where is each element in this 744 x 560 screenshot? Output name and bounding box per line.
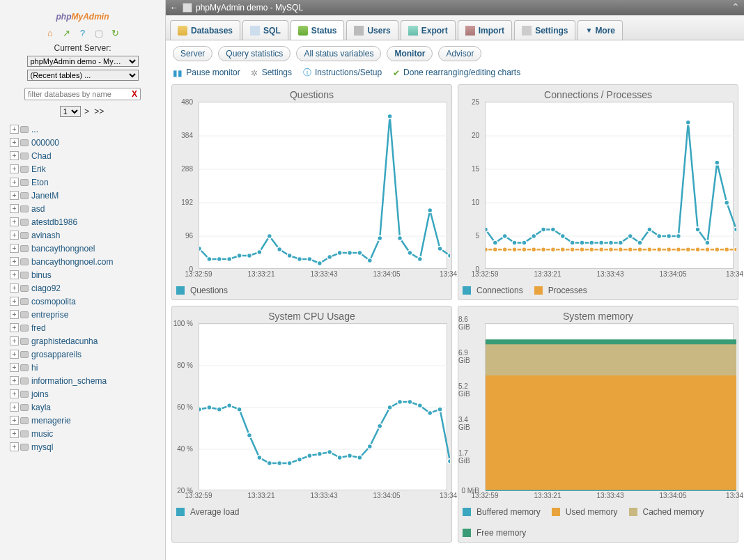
svg-point-78 (609, 247, 614, 252)
svg-point-48 (580, 240, 584, 245)
svg-point-26 (398, 236, 403, 241)
expand-icon[interactable]: + (10, 191, 19, 200)
expand-icon[interactable]: + (10, 323, 19, 332)
db-item[interactable]: +grosappareils (10, 348, 165, 361)
db-item[interactable]: +... (10, 123, 165, 136)
tab-users[interactable]: Users (346, 20, 398, 40)
svg-point-89 (715, 247, 720, 252)
svg-point-66 (493, 247, 497, 252)
expand-icon[interactable]: + (10, 350, 19, 359)
expand-icon[interactable]: + (10, 151, 19, 160)
expand-icon[interactable]: + (10, 270, 19, 279)
subtab-advisor[interactable]: Advisor (438, 46, 481, 61)
clear-filter-icon[interactable]: X (132, 89, 137, 99)
expand-icon[interactable]: + (10, 244, 19, 253)
next-page[interactable]: > (83, 107, 91, 116)
db-item[interactable]: +asd (10, 202, 165, 215)
db-label: ... (31, 125, 38, 134)
settings-link[interactable]: ✲ Settings (251, 68, 296, 77)
page-select[interactable]: 1 (60, 106, 81, 117)
expand-icon[interactable]: + (10, 376, 19, 385)
db-icon (20, 404, 29, 411)
tab-databases[interactable]: Databases (170, 20, 240, 40)
db-item[interactable]: +graphistedacunha (10, 334, 165, 348)
expand-icon[interactable]: + (10, 231, 19, 240)
expand-icon[interactable]: + (10, 416, 19, 425)
expand-icon[interactable]: + (10, 403, 19, 412)
last-page[interactable]: >> (93, 107, 105, 116)
instructions-link[interactable]: ⓘ Instructions/Setup (303, 68, 386, 77)
db-item[interactable]: +binus (10, 268, 165, 281)
svg-point-99 (217, 407, 222, 412)
docs-icon[interactable]: ▢ (93, 28, 104, 39)
logout-icon[interactable]: ↗ (61, 28, 72, 39)
expand-icon[interactable]: + (10, 138, 19, 147)
svg-point-17 (307, 257, 312, 262)
tab-status[interactable]: Status (290, 20, 345, 40)
done-rearranging-link[interactable]: ✔ Done rearranging/editing charts (393, 68, 525, 77)
db-item[interactable]: +bancaythongnoel.com (10, 255, 165, 268)
reload-icon[interactable]: ↻ (109, 28, 121, 39)
recent-tables-select[interactable]: (Recent tables) ... (27, 70, 139, 81)
pause-button[interactable]: ▮▮ Pause monitor (173, 68, 245, 77)
db-item[interactable]: +information_schema (10, 374, 165, 387)
filter-input[interactable] (28, 90, 129, 98)
expand-icon[interactable]: + (10, 363, 19, 372)
expand-icon[interactable]: + (10, 283, 19, 293)
db-item[interactable]: +entreprise (10, 308, 165, 321)
expand-icon[interactable]: + (10, 336, 19, 345)
expand-icon[interactable]: + (10, 310, 19, 319)
chart-body[interactable] (199, 323, 447, 490)
db-item[interactable]: +kayla (10, 400, 165, 414)
expand-icon[interactable]: + (10, 429, 19, 438)
expand-icon[interactable]: + (10, 297, 19, 306)
tab-more[interactable]: ▼More (578, 20, 623, 40)
db-item[interactable]: +fred (10, 321, 165, 334)
home-icon[interactable]: ⌂ (45, 28, 56, 39)
db-item[interactable]: +JanetM (10, 189, 165, 202)
db-item[interactable]: +hi (10, 361, 165, 374)
expand-icon[interactable]: + (10, 204, 19, 213)
subtab-monitor[interactable]: Monitor (387, 46, 433, 61)
db-item[interactable]: +joins (10, 387, 165, 400)
tab-sql[interactable]: SQL (242, 20, 288, 40)
expand-icon[interactable]: + (10, 125, 19, 134)
expand-icon[interactable]: + (10, 178, 19, 187)
back-icon[interactable]: ← (170, 3, 178, 13)
subtab-server[interactable]: Server (173, 46, 212, 61)
logo[interactable]: phpMyAdmin (0, 0, 165, 25)
expand-icon[interactable]: + (10, 257, 19, 266)
server-select[interactable]: phpMyAdmin demo - My… (27, 56, 139, 67)
db-item[interactable]: +000000 (10, 136, 165, 149)
tab-export[interactable]: Export (401, 20, 456, 40)
db-item[interactable]: +Chad (10, 149, 165, 162)
svg-point-72 (550, 247, 555, 252)
expand-icon[interactable]: + (10, 389, 19, 398)
expand-icon[interactable]: + (10, 442, 19, 451)
expand-icon[interactable]: + (10, 217, 19, 226)
subtab-all-status-variables[interactable]: All status variables (296, 46, 381, 61)
chart-body[interactable] (485, 323, 734, 490)
db-item[interactable]: +bancaythongnoel (10, 242, 165, 255)
help-icon[interactable]: ? (77, 28, 88, 39)
svg-point-109 (317, 452, 322, 457)
legend: Buffered memoryUsed memoryCached memoryF… (463, 504, 734, 540)
svg-point-75 (580, 247, 584, 252)
chart-body[interactable] (199, 102, 447, 269)
chart-body[interactable] (485, 102, 734, 269)
collapse-icon[interactable]: ⌃ (731, 1, 740, 13)
db-item[interactable]: +mysql (10, 440, 165, 453)
tab-settings[interactable]: Settings (514, 20, 575, 40)
db-item[interactable]: +Eton (10, 176, 165, 189)
expand-icon[interactable]: + (10, 164, 19, 173)
db-item[interactable]: +menagerie (10, 414, 165, 427)
tab-import[interactable]: Import (458, 20, 512, 40)
db-item[interactable]: +avinash (10, 228, 165, 242)
svg-point-18 (317, 261, 322, 266)
subtab-query-statistics[interactable]: Query statistics (218, 46, 290, 61)
db-item[interactable]: +atestdb1986 (10, 215, 165, 228)
db-item[interactable]: +music (10, 427, 165, 440)
db-item[interactable]: +cosmopolita (10, 295, 165, 308)
db-item[interactable]: +Erik (10, 162, 165, 176)
db-item[interactable]: +ciago92 (10, 281, 165, 295)
